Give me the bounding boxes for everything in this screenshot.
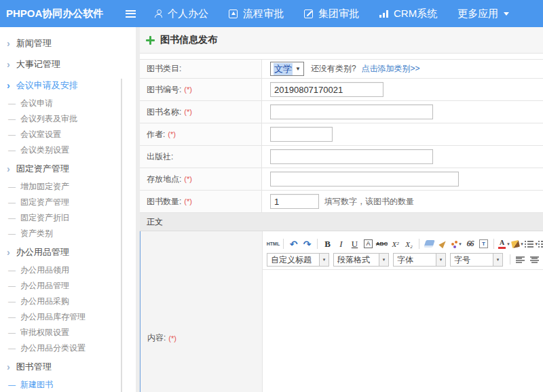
subscript-button[interactable]: X₂ [402,238,415,250]
sidebar-item-office-supplies-3[interactable]: —办公用品库存管理 [0,309,136,325]
caret-down-icon: ▾ [459,241,462,247]
eraser-icon [424,240,435,248]
font-color-button[interactable]: A▾ [498,238,510,250]
topnav-item-crm-system[interactable]: CRM系统 [379,7,437,20]
field-label: 图书名称: [147,106,181,118]
format-painter-button[interactable]: ▾ [450,238,463,250]
sidebar-item-label: 固定资产折旧 [20,212,69,224]
sidebar-item-label: 办公用品分类设置 [20,342,86,354]
highlight-color-button[interactable]: ▾ [511,238,524,250]
sidebar-group-meeting[interactable]: ›会议申请及安排 [0,75,136,96]
add-category-link[interactable]: 点击添加类别>> [362,63,420,75]
font-color-icon: A [498,239,506,249]
sidebar-item-office-supplies-0[interactable]: —办公用品领用 [0,262,136,278]
topnav-item-more-apps[interactable]: 更多应用 [457,7,509,20]
align-left-button[interactable] [514,254,527,266]
sidebar-item-office-supplies-4[interactable]: —审批权限设置 [0,325,136,340]
hamburger-menu-icon[interactable] [126,10,136,18]
category-select[interactable]: 文学▼ [270,62,304,76]
publisher-input[interactable] [270,149,433,164]
align-center-icon [530,256,539,263]
paragraph-format-dropdown[interactable]: 段落格式▾ [333,253,389,267]
dash-icon: — [8,146,16,154]
sidebar-item-fixed-assets-0[interactable]: —增加固定资产 [0,179,136,195]
custom-title-dropdown[interactable]: 自定义标题▾ [267,253,329,267]
strikethrough-icon: ABC [376,241,388,247]
sidebar-group-label: 图书管理 [16,361,52,373]
italic-button[interactable]: I [335,238,348,250]
sidebar-item-label: 固定资产管理 [20,197,69,208]
sidebar-item-fixed-assets-3[interactable]: —资产类别 [0,226,136,241]
source-code-button[interactable]: HTML [267,238,280,250]
sidebar-item-meeting-1[interactable]: —会议列表及审批 [0,111,136,127]
caret-down-icon: ▼ [295,66,301,72]
sidebar-item-meeting-3[interactable]: —会议类别设置 [0,142,136,158]
sidebar-group-label: 新闻管理 [16,37,52,50]
editor-content-area[interactable] [263,269,543,392]
person-icon [154,9,162,18]
book-name-input[interactable] [270,104,433,119]
required-marker: (*) [168,334,176,342]
sidebar-item-meeting-2[interactable]: —会议室设置 [0,127,136,142]
sidebar-item-office-supplies-5[interactable]: —办公用品分类设置 [0,340,136,356]
caret-down-icon: ▾ [319,254,329,266]
unordered-list-icon [538,241,543,248]
format-clear-button[interactable] [436,238,449,250]
blockquote-button[interactable]: 66 [464,238,476,250]
paste-text-button[interactable]: T [477,238,490,250]
topnav-item-personal-office[interactable]: 个人办公 [154,7,208,20]
unordered-list-button[interactable]: ▾ [538,238,543,250]
field-value-publisher [262,146,543,168]
sidebar-item-office-supplies-2[interactable]: —办公用品采购 [0,294,136,309]
caret-down-icon: ▾ [436,254,445,266]
toolbar-separator [283,239,284,249]
dash-icon: — [8,313,16,321]
author-input[interactable] [270,127,333,142]
topnav-item-group-approval[interactable]: 集团审批 [304,7,359,20]
caret-down-icon: ▾ [507,241,510,247]
form-row-content: 内容:(*)HTML↶↷BIUAABCX²X₂▾66TA▾▾▾▾自定义标题▾段落… [140,231,543,392]
underline-button[interactable]: U [348,238,361,250]
font-border-button[interactable]: A [362,238,375,250]
font-family-dropdown[interactable]: 字体▾ [393,253,446,267]
undo-icon: ↶ [290,239,298,250]
sidebar-item-office-supplies-1[interactable]: —办公用品管理 [0,278,136,294]
sidebar-group-fixed-assets[interactable]: ›固定资产管理 [0,158,136,179]
quantity-input[interactable] [270,194,319,209]
dash-icon: — [8,345,16,352]
sidebar-group-memorabilia[interactable]: ›大事记管理 [0,54,136,75]
sidebar-item-meeting-0[interactable]: —会议申请 [0,96,136,111]
strikethrough-button[interactable]: ABC [375,238,388,250]
sidebar-item-books-0[interactable]: —新建图书 [0,377,136,392]
sidebar-item-label: 会议室设置 [20,129,61,140]
rich-text-editor: HTML↶↷BIUAABCX²X₂▾66TA▾▾▾▾自定义标题▾段落格式▾字体▾… [263,231,543,392]
chevron-right-icon: › [7,60,10,69]
bold-button[interactable]: B [321,238,334,250]
sidebar-group-news[interactable]: ›新闻管理 [0,33,136,54]
undo-button[interactable]: ↶ [287,238,300,250]
align-center-button[interactable] [528,254,541,266]
location-input[interactable] [270,172,459,187]
main-area: ›新闻管理›大事记管理›会议申请及安排—会议申请—会议列表及审批—会议室设置—会… [0,27,543,392]
sidebar-scrollbar[interactable] [121,79,122,392]
category-selected-value: 文学 [274,63,293,75]
ordered-list-button[interactable]: ▾ [525,238,538,250]
superscript-button[interactable]: X² [389,238,402,250]
font-family-value: 字体 [394,254,436,266]
topnav-item-process-approval[interactable]: 流程审批 [229,7,284,20]
content-panel: 图书信息发布 图书类目:文学▼还没有类别?点击添加类别>>图书编号:(*)图书名… [140,27,543,392]
sidebar-group-books[interactable]: ›图书管理 [0,356,136,377]
book-number-input[interactable] [270,82,383,97]
sidebar-item-label: 会议类别设置 [20,144,69,156]
sidebar-group-office-supplies[interactable]: ›办公用品管理 [0,241,136,262]
sidebar-item-fixed-assets-2[interactable]: —固定资产折旧 [0,210,136,226]
dash-icon: — [8,329,16,336]
eraser-button[interactable] [423,238,436,250]
dash-icon: — [8,214,16,222]
field-label-quantity: 图书数量:(*) [140,191,262,212]
field-label: 出版社: [147,151,173,163]
sidebar-item-fixed-assets-1[interactable]: —固定资产管理 [0,195,136,210]
redo-button[interactable]: ↷ [301,238,314,250]
font-size-dropdown[interactable]: 字号▾ [450,253,503,267]
field-label: 图书类目: [147,63,181,75]
